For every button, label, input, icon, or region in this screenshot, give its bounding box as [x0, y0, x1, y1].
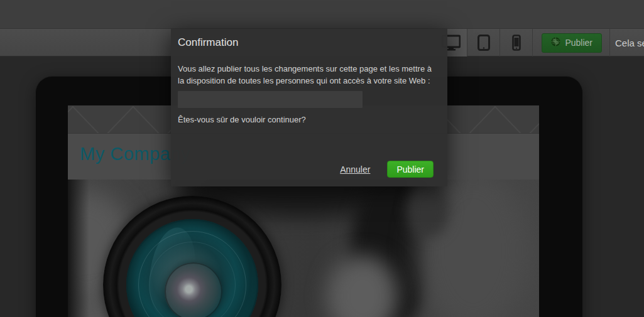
dialog-title: Confirmation [171, 29, 447, 49]
tablet-preview-button[interactable] [467, 29, 500, 56]
device-preview-switcher [434, 29, 533, 56]
confirm-publish-button[interactable]: Publier [387, 161, 434, 178]
phone-preview-button[interactable] [500, 29, 533, 56]
tablet-icon [478, 35, 490, 51]
confirmation-dialog: Confirmation Vous allez publier tous les… [171, 29, 447, 186]
hero-photo-camera [68, 180, 539, 317]
photographer-eye-shadow [407, 182, 450, 237]
toolbar-publish-label: Publier [565, 38, 592, 48]
toolbar-publish-button[interactable]: Publier [542, 33, 602, 53]
dialog-question: Êtes-vous sûr de vouloir continuer? [171, 108, 447, 124]
publish-status-text: Cela se [610, 38, 644, 48]
site-url-box [178, 91, 363, 108]
dialog-message: Vous allez publier tous les changements … [171, 49, 442, 87]
top-bar [0, 0, 644, 29]
lens-glass [126, 219, 258, 317]
dialog-actions: Annuler Publier [340, 161, 434, 178]
globe-icon [551, 37, 560, 48]
cancel-button[interactable]: Annuler [340, 164, 370, 175]
phone-icon [512, 35, 521, 51]
photo-left-vignette [68, 180, 89, 317]
lens-iris [165, 262, 222, 317]
editor-window: Publier Cela se My Company [0, 0, 644, 317]
